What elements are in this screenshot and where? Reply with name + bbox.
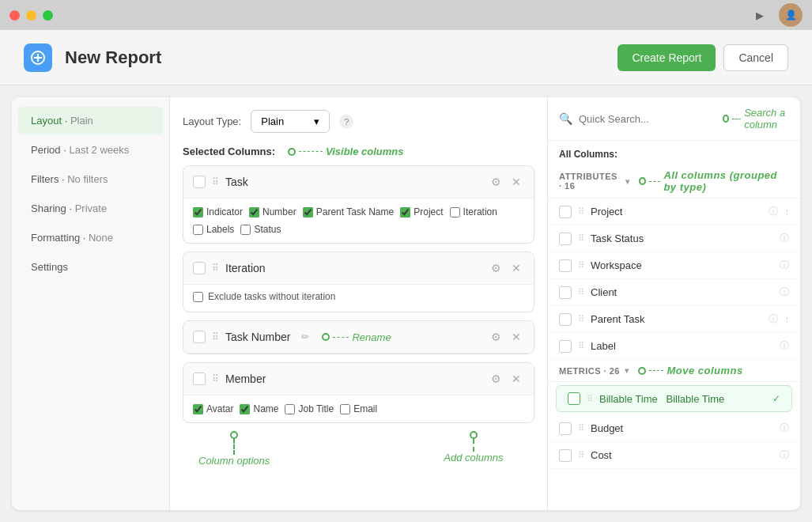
status-checkbox[interactable] — [240, 225, 251, 235]
right-panel: 🔍 Search a column All Columns: ATTRIBUTE… — [547, 97, 800, 510]
client-info-icon[interactable]: ⓘ — [780, 286, 789, 299]
close-button[interactable] — [9, 10, 20, 21]
iteration-option[interactable]: Iteration — [450, 206, 497, 218]
task-drag-handle[interactable]: ⠿ — [212, 176, 219, 187]
all-columns-label: All Columns: — [548, 141, 800, 165]
client-checkbox[interactable] — [559, 286, 572, 299]
task-status-info-icon[interactable]: ⓘ — [780, 232, 789, 245]
parent-task-name-option[interactable]: Parent Task Name — [303, 206, 395, 218]
task-block-checkbox[interactable] — [193, 176, 206, 188]
task-remove-button[interactable]: ✕ — [508, 174, 524, 190]
titlebar: ▶ 👤 — [0, 0, 812, 30]
parent-task-move-icon[interactable]: ↑ — [784, 314, 789, 325]
member-remove-button[interactable]: ✕ — [508, 371, 524, 387]
status-label: Status — [254, 224, 281, 235]
metrics-chevron-icon: ▾ — [625, 366, 629, 375]
job-title-option[interactable]: Job Title — [285, 403, 334, 414]
attributes-section-header[interactable]: ATTRIBUTES · 16 ▾ All columns (grouped b… — [548, 165, 800, 199]
search-input[interactable] — [579, 113, 712, 125]
list-item[interactable]: ⠿ Budget ⓘ — [548, 415, 800, 442]
workspace-info-icon[interactable]: ⓘ — [780, 259, 789, 272]
number-option[interactable]: Number — [249, 206, 296, 218]
app-header: New Report Create Report Cancel — [0, 30, 812, 85]
workspace-checkbox[interactable] — [559, 259, 572, 272]
label-info-icon[interactable]: ⓘ — [780, 339, 789, 353]
sidebar-item-label: Layout · — [31, 115, 70, 127]
member-settings-button[interactable]: ⚙ — [488, 371, 504, 387]
billable-time-checkbox[interactable] — [568, 392, 580, 405]
parent-task-checkbox[interactable] — [559, 313, 572, 326]
sidebar-item-formatting[interactable]: Formatting · None — [18, 224, 163, 252]
iteration-checkbox[interactable] — [450, 207, 460, 218]
sidebar-item-label: Settings — [31, 261, 68, 273]
layout-info-icon[interactable]: ? — [339, 115, 353, 129]
metrics-section-header[interactable]: METRICS · 26 ▾ Move columns — [548, 360, 800, 382]
sidebar-item-sharing[interactable]: Sharing · Private — [18, 195, 163, 222]
sidebar-item-period[interactable]: Period · Last 2 weeks — [18, 136, 163, 164]
budget-info-icon[interactable]: ⓘ — [780, 422, 789, 435]
job-title-checkbox[interactable] — [285, 404, 295, 414]
task-number-block-actions: ⚙ ✕ — [488, 329, 524, 345]
list-item[interactable]: ⠿ Parent Task ⓘ ↑ — [548, 306, 800, 333]
iteration-remove-button[interactable]: ✕ — [508, 260, 524, 276]
billable-time-info-icon[interactable]: ✓ — [772, 393, 780, 404]
project-option[interactable]: Project — [400, 206, 443, 218]
number-checkbox[interactable] — [249, 207, 259, 218]
project-checkbox[interactable] — [559, 206, 572, 218]
billable-time-item[interactable]: ⠿ Billable Time Billable Time ✓ — [556, 385, 792, 412]
sidebar-item-layout[interactable]: Layout · Plain — [18, 107, 163, 134]
email-checkbox[interactable] — [340, 404, 350, 414]
task-column-options: Indicator Number Parent Task Name Projec… — [183, 199, 534, 243]
project-checkbox[interactable] — [400, 207, 410, 218]
name-checkbox[interactable] — [240, 404, 250, 414]
chevron-down-icon: ▾ — [625, 177, 630, 186]
minimize-button[interactable] — [26, 10, 36, 21]
member-block-actions: ⚙ ✕ — [488, 371, 524, 387]
member-block-checkbox[interactable] — [193, 373, 206, 385]
avatar-option[interactable]: Avatar — [193, 403, 233, 414]
list-item[interactable]: ⠿ Cost ⓘ — [548, 442, 800, 469]
indicator-checkbox[interactable] — [193, 207, 203, 218]
create-report-button[interactable]: Create Report — [617, 44, 716, 71]
sidebar-item-filters[interactable]: Filters · No filters — [18, 165, 163, 193]
cost-info-icon[interactable]: ⓘ — [780, 448, 789, 462]
labels-checkbox[interactable] — [193, 225, 203, 235]
maximize-button[interactable] — [43, 10, 53, 21]
cost-checkbox[interactable] — [559, 449, 572, 462]
layout-type-select[interactable]: Plain ▾ — [251, 110, 330, 133]
all-col-dot — [639, 177, 646, 185]
iteration-settings-button[interactable]: ⚙ — [488, 260, 504, 276]
task-status-checkbox[interactable] — [559, 233, 572, 245]
rename-icon[interactable]: ✏ — [301, 331, 309, 342]
list-item[interactable]: ⠿ Project ⓘ ↑ — [548, 199, 800, 225]
labels-option[interactable]: Labels — [193, 224, 234, 235]
list-item[interactable]: ⠿ Task Status ⓘ — [548, 225, 800, 252]
project-move-icon[interactable]: ↑ — [784, 206, 789, 218]
email-option[interactable]: Email — [340, 403, 377, 414]
project-info-icon[interactable]: ⓘ — [769, 205, 778, 218]
list-item[interactable]: ⠿ Client ⓘ — [548, 279, 800, 306]
name-option[interactable]: Name — [240, 403, 278, 414]
task-number-settings-button[interactable]: ⚙ — [488, 329, 504, 345]
cancel-button[interactable]: Cancel — [723, 44, 788, 71]
exclude-checkbox[interactable] — [193, 292, 203, 302]
play-button[interactable]: ▶ — [750, 6, 769, 25]
label-checkbox[interactable] — [559, 340, 572, 353]
parent-task-name-checkbox[interactable] — [303, 207, 313, 218]
list-item[interactable]: ⠿ Label ⓘ — [548, 333, 800, 360]
all-columns-annotation: All columns (grouped by type) — [639, 169, 789, 193]
task-number-remove-button[interactable]: ✕ — [508, 329, 524, 345]
list-item[interactable]: ⠿ Workspace ⓘ — [548, 252, 800, 279]
sidebar-item-settings[interactable]: Settings — [18, 253, 163, 281]
task-settings-button[interactable]: ⚙ — [488, 174, 504, 190]
member-drag-handle[interactable]: ⠿ — [212, 373, 219, 384]
task-number-block-checkbox[interactable] — [193, 331, 206, 343]
indicator-option[interactable]: Indicator — [193, 206, 243, 218]
avatar-checkbox[interactable] — [193, 404, 203, 414]
parent-task-info-icon[interactable]: ⓘ — [769, 312, 778, 326]
budget-checkbox[interactable] — [559, 422, 572, 435]
iteration-drag-handle[interactable]: ⠿ — [212, 263, 219, 274]
task-number-drag-handle[interactable]: ⠿ — [212, 331, 219, 342]
status-option[interactable]: Status — [240, 224, 281, 235]
iteration-block-checkbox[interactable] — [193, 262, 206, 274]
